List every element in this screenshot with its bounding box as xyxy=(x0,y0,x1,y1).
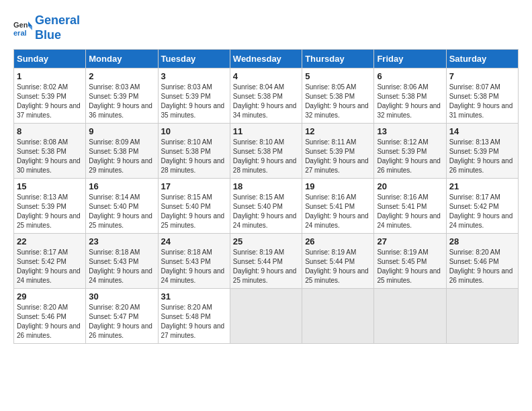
calendar-cell-8: 8Sunrise: 8:08 AMSunset: 5:38 PMDaylight… xyxy=(14,124,86,179)
calendar-cell-13: 13Sunrise: 8:12 AMSunset: 5:39 PMDayligh… xyxy=(374,124,446,179)
calendar-cell-30: 30Sunrise: 8:20 AMSunset: 5:47 PMDayligh… xyxy=(86,289,158,344)
calendar-cell-empty xyxy=(302,289,374,344)
calendar-cell-22: 22Sunrise: 8:17 AMSunset: 5:42 PMDayligh… xyxy=(14,234,86,289)
calendar-cell-empty xyxy=(374,289,446,344)
weekday-header-sunday: Sunday xyxy=(14,50,86,68)
calendar-cell-9: 9Sunrise: 8:09 AMSunset: 5:38 PMDaylight… xyxy=(86,124,158,179)
calendar-cell-12: 12Sunrise: 8:11 AMSunset: 5:39 PMDayligh… xyxy=(302,124,374,179)
calendar-cell-31: 31Sunrise: 8:20 AMSunset: 5:48 PMDayligh… xyxy=(158,289,230,344)
calendar-cell-24: 24Sunrise: 8:18 AMSunset: 5:43 PMDayligh… xyxy=(158,234,230,289)
calendar-cell-6: 6Sunrise: 8:06 AMSunset: 5:38 PMDaylight… xyxy=(374,68,446,124)
calendar-cell-14: 14Sunrise: 8:13 AMSunset: 5:39 PMDayligh… xyxy=(446,124,518,179)
calendar-cell-28: 28Sunrise: 8:20 AMSunset: 5:46 PMDayligh… xyxy=(446,234,518,289)
weekday-header-tuesday: Tuesday xyxy=(158,50,230,68)
weekday-header-wednesday: Wednesday xyxy=(230,50,302,68)
weekday-header-friday: Friday xyxy=(374,50,446,68)
calendar-cell-20: 20Sunrise: 8:16 AMSunset: 5:41 PMDayligh… xyxy=(374,179,446,234)
calendar-cell-17: 17Sunrise: 8:15 AMSunset: 5:40 PMDayligh… xyxy=(158,179,230,234)
logo-icon: Gen eral xyxy=(13,18,34,38)
weekday-header-saturday: Saturday xyxy=(446,50,518,68)
page-header: Gen eral GeneralBlue xyxy=(13,13,519,42)
calendar-table: SundayMondayTuesdayWednesdayThursdayFrid… xyxy=(13,49,519,344)
calendar-cell-18: 18Sunrise: 8:15 AMSunset: 5:40 PMDayligh… xyxy=(230,179,302,234)
svg-marker-3 xyxy=(28,26,32,30)
calendar-cell-16: 16Sunrise: 8:14 AMSunset: 5:40 PMDayligh… xyxy=(86,179,158,234)
calendar-cell-3: 3Sunrise: 8:03 AMSunset: 5:39 PMDaylight… xyxy=(158,68,230,124)
svg-marker-2 xyxy=(28,21,32,26)
svg-text:eral: eral xyxy=(13,29,27,37)
calendar-cell-15: 15Sunrise: 8:13 AMSunset: 5:39 PMDayligh… xyxy=(14,179,86,234)
logo-text: GeneralBlue xyxy=(35,13,80,42)
calendar-cell-empty xyxy=(230,289,302,344)
calendar-cell-2: 2Sunrise: 8:03 AMSunset: 5:39 PMDaylight… xyxy=(86,68,158,124)
calendar-cell-11: 11Sunrise: 8:10 AMSunset: 5:38 PMDayligh… xyxy=(230,124,302,179)
svg-text:Gen: Gen xyxy=(13,21,28,29)
calendar-cell-5: 5Sunrise: 8:05 AMSunset: 5:38 PMDaylight… xyxy=(302,68,374,124)
weekday-header-thursday: Thursday xyxy=(302,50,374,68)
weekday-header-monday: Monday xyxy=(86,50,158,68)
calendar-cell-10: 10Sunrise: 8:10 AMSunset: 5:38 PMDayligh… xyxy=(158,124,230,179)
calendar-cell-4: 4Sunrise: 8:04 AMSunset: 5:38 PMDaylight… xyxy=(230,68,302,124)
calendar-cell-7: 7Sunrise: 8:07 AMSunset: 5:38 PMDaylight… xyxy=(446,68,518,124)
calendar-cell-25: 25Sunrise: 8:19 AMSunset: 5:44 PMDayligh… xyxy=(230,234,302,289)
logo: Gen eral GeneralBlue xyxy=(13,13,80,42)
calendar-cell-empty xyxy=(446,289,518,344)
calendar-cell-19: 19Sunrise: 8:16 AMSunset: 5:41 PMDayligh… xyxy=(302,179,374,234)
calendar-cell-21: 21Sunrise: 8:17 AMSunset: 5:42 PMDayligh… xyxy=(446,179,518,234)
calendar-cell-1: 1Sunrise: 8:02 AMSunset: 5:39 PMDaylight… xyxy=(14,68,86,124)
calendar-cell-26: 26Sunrise: 8:19 AMSunset: 5:44 PMDayligh… xyxy=(302,234,374,289)
calendar-cell-27: 27Sunrise: 8:19 AMSunset: 5:45 PMDayligh… xyxy=(374,234,446,289)
calendar-cell-29: 29Sunrise: 8:20 AMSunset: 5:46 PMDayligh… xyxy=(14,289,86,344)
calendar-cell-23: 23Sunrise: 8:18 AMSunset: 5:43 PMDayligh… xyxy=(86,234,158,289)
